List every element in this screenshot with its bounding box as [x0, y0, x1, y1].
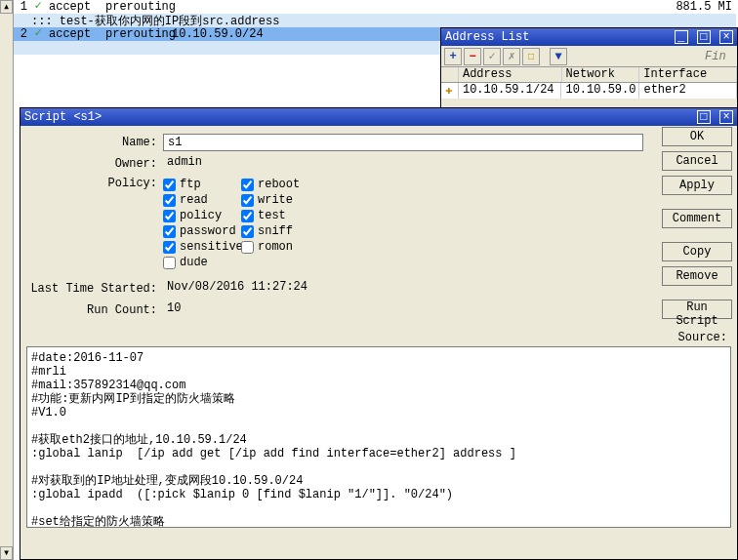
owner-label: Owner:	[26, 157, 163, 171]
apply-button[interactable]: Apply	[662, 176, 732, 195]
close-icon[interactable]: ×	[719, 30, 733, 44]
checkbox-romon[interactable]	[241, 241, 254, 254]
toolbar: + − ✓ ✗ ☐ ▼ Fin	[441, 46, 737, 67]
script-window: Script <s1> □ × Name: Owner: admin Polic…	[20, 107, 738, 560]
policy-write[interactable]: write	[241, 192, 319, 208]
cancel-button[interactable]: Cancel	[662, 151, 732, 171]
policy-password[interactable]: password	[163, 223, 241, 239]
table-header: Address Network Interface	[441, 67, 737, 83]
checkbox-password[interactable]	[163, 225, 176, 238]
policy-dude[interactable]: dude	[163, 255, 241, 270]
table-row[interactable]: ✚ 10.10.59.1/24 10.10.59.0 ether2	[441, 83, 737, 99]
address-list-window: Address List _ □ × + − ✓ ✗ ☐ ▼ Fin Addre…	[440, 27, 738, 115]
checkbox-write[interactable]	[241, 194, 254, 207]
policy-label: Policy:	[26, 177, 163, 190]
remove-button[interactable]: Remove	[662, 266, 732, 286]
minimize-icon[interactable]: _	[675, 30, 688, 44]
titlebar[interactable]: Script <s1> □ ×	[20, 108, 737, 126]
checkbox-read[interactable]	[163, 194, 176, 207]
checkbox-sensitive[interactable]	[163, 241, 176, 254]
side-buttons: OK Cancel Apply Comment Copy Remove Run …	[662, 127, 732, 319]
policy-ftp[interactable]: ftp	[163, 177, 241, 192]
policy-sensitive[interactable]: sensitive	[163, 239, 241, 255]
source-textarea[interactable]: #date:2016-11-07 #mrli #mail:357892314@q…	[26, 346, 731, 528]
titlebar[interactable]: Address List _ □ ×	[441, 28, 737, 46]
ok-button[interactable]: OK	[662, 127, 732, 146]
copy-button[interactable]: Copy	[662, 242, 732, 261]
policy-test[interactable]: test	[241, 208, 319, 223]
window-title: Script <s1>	[24, 110, 102, 124]
rc-label: Run Count:	[26, 303, 163, 317]
window-title: Address List	[445, 30, 529, 44]
enable-button[interactable]: ✓	[483, 48, 501, 65]
checkbox-dude[interactable]	[163, 257, 176, 269]
pin-icon: ✚	[441, 83, 459, 99]
table-comment: ::: test-获取你内网的IP段到src.address	[14, 14, 736, 27]
checkbox-test[interactable]	[241, 210, 254, 222]
scroll-down-icon[interactable]: ▾	[0, 546, 13, 560]
lts-label: Last Time Started:	[26, 282, 163, 296]
source-label: Source:	[26, 331, 731, 344]
name-input[interactable]	[163, 134, 643, 151]
scrollbar-left[interactable]: ▴ ▾	[0, 0, 14, 560]
policy-reboot[interactable]: reboot	[241, 177, 319, 192]
maximize-icon[interactable]: □	[697, 110, 711, 124]
policy-read[interactable]: read	[163, 192, 241, 208]
col-interface: Interface	[639, 67, 737, 82]
checkbox-reboot[interactable]	[241, 179, 254, 191]
policy-policy[interactable]: policy	[163, 208, 241, 223]
run-script-button[interactable]: Run Script	[662, 300, 732, 319]
checkbox-sniff[interactable]	[241, 225, 254, 238]
filter-button[interactable]: ▼	[550, 48, 567, 65]
policy-sniff[interactable]: sniff	[241, 223, 319, 239]
comment-button[interactable]: ☐	[522, 48, 540, 65]
add-button[interactable]: +	[444, 48, 462, 65]
check-icon: ✓	[31, 27, 45, 41]
rc-value: 10	[163, 301, 643, 319]
policy-romon[interactable]: romon	[241, 239, 319, 255]
close-icon[interactable]: ×	[719, 110, 733, 124]
remove-button[interactable]: −	[464, 48, 481, 65]
checkbox-policy[interactable]	[163, 210, 176, 222]
name-label: Name:	[26, 136, 163, 149]
comment-button[interactable]: Comment	[662, 209, 732, 228]
scroll-up-icon[interactable]: ▴	[0, 0, 13, 14]
disable-button[interactable]: ✗	[503, 48, 520, 65]
col-network: Network	[562, 67, 640, 82]
col-address: Address	[459, 67, 562, 82]
lts-value: Nov/08/2016 11:27:24	[163, 280, 643, 298]
maximize-icon[interactable]: □	[697, 30, 711, 44]
find-input[interactable]: Fin	[705, 50, 734, 63]
owner-value: admin	[163, 155, 643, 173]
checkbox-ftp[interactable]	[163, 179, 176, 191]
